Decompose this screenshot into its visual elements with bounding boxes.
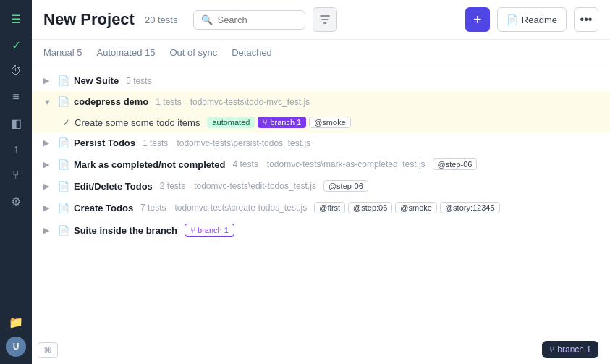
readme-button[interactable]: 📄 Readme (497, 7, 567, 32)
suite-list: ▶ 📄 New Suite 5 tests ▼ 📄 codepress demo… (32, 67, 610, 364)
chevron-down-icon: ▼ (43, 98, 54, 106)
suite-name: Mark as completed/not completed (74, 159, 226, 170)
file-icon: 📄 (58, 96, 69, 107)
tag: @smoke (309, 117, 351, 128)
readme-label: Readme (522, 14, 557, 25)
readme-icon: 📄 (507, 14, 518, 25)
suite-row[interactable]: ▶ 📄 Edit/Delete Todos 2 tests todomvc-te… (32, 175, 610, 197)
suite-tags: ⑂ branch 1 (185, 224, 234, 237)
test-count: 5 tests (126, 76, 151, 86)
suite-row[interactable]: ▶ 📄 Persist Todos 1 tests todomvc-tests\… (32, 132, 610, 153)
upload-icon[interactable]: ↑ (4, 137, 27, 161)
file-icon: 📄 (58, 181, 69, 192)
more-button[interactable]: ••• (574, 7, 598, 32)
chevron-right-icon: ▶ (43, 226, 54, 235)
main-content: New Project 20 tests 🔍 + 📄 Readme ••• Ma… (32, 0, 610, 364)
test-count: 1 tests (156, 97, 181, 107)
check-icon[interactable]: ✓ (4, 33, 27, 56)
file-icon: 📄 (58, 225, 69, 236)
tab-detached[interactable]: Detached (232, 40, 272, 67)
branch-icon: ⑂ (190, 226, 195, 234)
suite-name: Suite inside the branch (74, 225, 177, 236)
search-box[interactable]: 🔍 (193, 10, 305, 30)
suite-name: Persist Todos (74, 137, 135, 148)
chevron-right-icon: ▶ (43, 203, 54, 213)
chevron-right-icon: ▶ (43, 160, 54, 169)
branch-name: branch 1 (198, 226, 229, 234)
suite-name: New Suite (74, 75, 119, 86)
git-icon[interactable]: ⑂ (4, 164, 27, 187)
file-path: todomvc-tests\todo-mvc_test.js (190, 97, 310, 107)
suite-tags: @step-06 (323, 180, 368, 192)
file-icon: 📄 (58, 75, 69, 86)
tag: @step:06 (348, 202, 392, 213)
tab-manual[interactable]: Manual 5 (43, 40, 82, 67)
avatar[interactable]: U (6, 337, 26, 357)
tag: @step-06 (323, 180, 368, 192)
test-count: 1 tests (143, 138, 168, 148)
suite-name: codepress demo (74, 96, 148, 107)
tabs-bar: Manual 5 Automated 15 Out of sync Detach… (32, 40, 610, 67)
chevron-right-icon: ▶ (43, 76, 54, 85)
tag: @step-06 (433, 158, 478, 170)
tag: @first (314, 202, 345, 213)
keyboard-shortcut-hint: ⌘ (38, 342, 58, 358)
branch-badge-outline: ⑂ branch 1 (185, 224, 234, 237)
test-name: Create some some todo items (75, 117, 200, 128)
menu-icon[interactable]: ☰ (4, 7, 27, 30)
header: New Project 20 tests 🔍 + 📄 Readme ••• (32, 0, 610, 40)
sidebar: ☰ ✓ ⏱ ≡ ◧ ↑ ⑂ ⚙ 📁 U (0, 0, 32, 364)
filter-button[interactable] (313, 7, 337, 32)
tag: @smoke (395, 202, 437, 213)
file-icon: 📄 (58, 159, 69, 170)
clock-icon[interactable]: ⏱ (4, 59, 27, 82)
automated-badge: automated (207, 117, 255, 128)
test-count: 4 tests (233, 159, 258, 169)
check-mark-icon: ✓ (62, 117, 70, 128)
file-path: todomvc-tests\edit-todos_test.js (194, 181, 316, 191)
chevron-right-icon: ▶ (43, 182, 54, 191)
search-input[interactable] (217, 14, 297, 25)
tab-out-of-sync[interactable]: Out of sync (169, 40, 217, 67)
search-icon: 🔍 (201, 14, 213, 25)
test-count: 7 tests (140, 203, 166, 213)
kbd-icon: ⌘ (43, 345, 52, 355)
project-title: New Project (43, 10, 135, 29)
suite-name: Edit/Delete Todos (74, 181, 153, 192)
file-path: todomvc-tests\create-todos_test.js (174, 203, 307, 213)
test-count: 2 tests (160, 181, 185, 191)
tag: @story:12345 (440, 202, 500, 213)
content-area: ▶ 📄 New Suite 5 tests ▼ 📄 codepress demo… (32, 67, 610, 364)
settings-icon[interactable]: ⚙ (4, 190, 27, 213)
file-path: todomvc-tests\mark-as-completed_test.js (267, 159, 425, 169)
branch-name: branch 1 (270, 118, 301, 127)
file-icon: 📄 (58, 203, 69, 213)
suite-row[interactable]: ▼ 📄 codepress demo 1 tests todomvc-tests… (32, 91, 610, 112)
branch-badge: ⑂ branch 1 (258, 117, 306, 128)
add-button[interactable]: + (465, 7, 490, 32)
test-row[interactable]: ✓ Create some some todo items automated … (32, 112, 610, 132)
chevron-right-icon: ▶ (43, 138, 54, 148)
branch-name: branch 1 (557, 344, 591, 355)
suite-tags: @first @step:06 @smoke @story:12345 (314, 202, 499, 213)
suite-name: Create Todos (74, 203, 133, 213)
suite-row[interactable]: ▶ 📄 New Suite 5 tests (32, 70, 610, 91)
more-icon: ••• (580, 13, 593, 26)
folder-icon[interactable]: 📁 (4, 310, 27, 334)
bottom-branch-badge[interactable]: ⑂ branch 1 (542, 341, 598, 358)
test-count-badge: 20 tests (145, 14, 178, 25)
file-path: todomvc-tests\persist-todos_test.js (177, 138, 310, 148)
suite-row[interactable]: ▶ 📄 Mark as completed/not completed 4 te… (32, 153, 610, 175)
test-tags: automated ⑂ branch 1 @smoke (207, 117, 350, 128)
layers-icon[interactable]: ◧ (4, 111, 27, 135)
branch-icon: ⑂ (549, 344, 554, 355)
suite-tags: @step-06 (433, 158, 478, 170)
branch-icon: ⑂ (263, 118, 268, 127)
file-icon: 📄 (58, 137, 69, 148)
suite-row[interactable]: ▶ 📄 Suite inside the branch ⑂ branch 1 (32, 219, 610, 242)
suite-row[interactable]: ▶ 📄 Create Todos 7 tests todomvc-tests\c… (32, 197, 610, 219)
list-icon[interactable]: ≡ (4, 85, 27, 109)
tab-automated[interactable]: Automated 15 (96, 40, 155, 67)
